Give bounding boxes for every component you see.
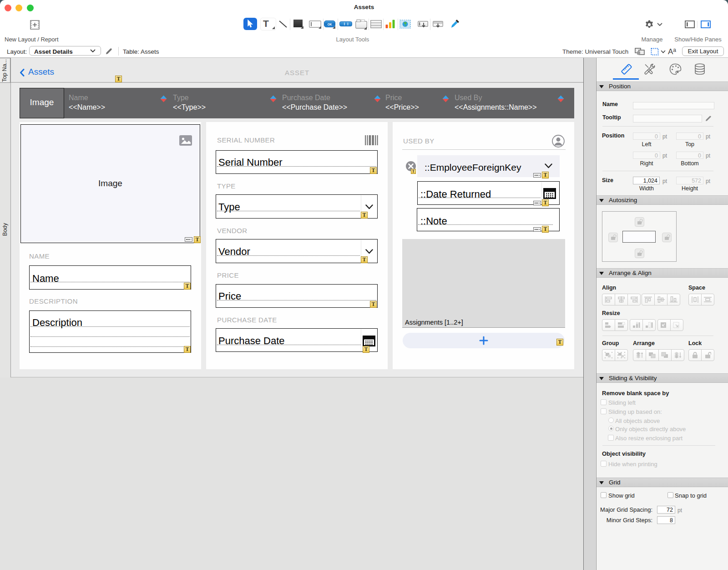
svg-text:OK: OK — [328, 23, 332, 26]
